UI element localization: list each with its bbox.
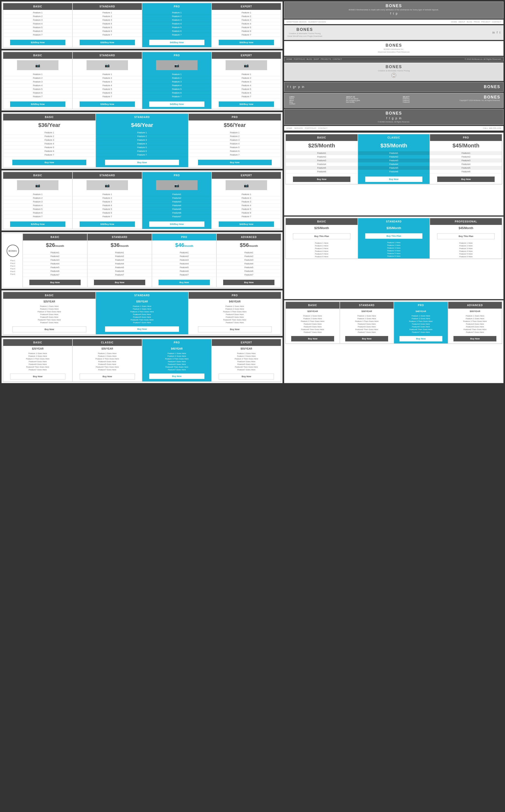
feature-item: Feature5 Goes Here xyxy=(190,316,279,319)
feature-item: Feature 6 xyxy=(3,149,96,153)
plan-header: BASIC xyxy=(286,134,358,141)
buy-button[interactable]: Buy Now xyxy=(105,326,179,332)
feature-item: Feature 6 xyxy=(189,149,281,153)
buy-button[interactable]: $45/Buy Now xyxy=(219,221,274,227)
buy-button[interactable]: Buy Now xyxy=(399,336,442,341)
buy-button[interactable]: Buy Now xyxy=(219,373,274,379)
bones-subtitle: BONES Wireframe Inc. xyxy=(287,48,500,50)
feature-item: Feature 7 xyxy=(189,153,281,157)
feature-item: Feature 7 xyxy=(96,153,188,157)
buy-button[interactable]: Buy Now xyxy=(29,280,80,285)
buy-button-expert-1[interactable]: $55/Buy Now xyxy=(219,40,274,45)
buy-button[interactable]: $35/Buy Now xyxy=(149,221,204,227)
buy-this-plan-button[interactable]: Buy This Plan xyxy=(437,233,494,239)
plan-image: 📷 xyxy=(17,60,58,70)
buy-button[interactable]: Buy Now xyxy=(198,160,272,165)
plan-basic-7: BASIC $25/YEAR Feature 1 Goes Here Featu… xyxy=(3,339,72,382)
pricing-section-3: BASIC $36/Year Feature 1 Feature 2 Featu… xyxy=(1,112,283,169)
buy-button[interactable]: $25/Buy Now xyxy=(10,102,65,107)
feature-item: Feature 3 Here xyxy=(359,247,428,249)
buy-button[interactable]: Buy Now xyxy=(105,160,179,165)
buy-button[interactable]: $35/Buy Now xyxy=(79,102,135,107)
pricing-grid-3: BASIC $36/Year Feature 1 Feature 2 Featu… xyxy=(3,113,281,167)
feature-item: Feature6 xyxy=(142,211,211,215)
buy-button[interactable]: Buy Now xyxy=(198,326,272,332)
feature-item: Feature 4 xyxy=(212,22,281,26)
plan-price: $56/month xyxy=(217,240,281,250)
feature-item: Feature 3 xyxy=(212,18,281,22)
feature-item: Feature 7 xyxy=(212,33,281,37)
feature-item: Feature 2 Here xyxy=(432,244,500,247)
buy-button[interactable]: Buy Now xyxy=(437,177,494,182)
pricing-section-6: BASIC $25/YEAR Feature 1 Goes Here Featu… xyxy=(1,291,283,336)
buy-button[interactable]: $55/Buy Now xyxy=(219,102,274,107)
plan-list-item: Plan2 xyxy=(10,262,15,264)
feature-item: Feature2 xyxy=(88,254,152,258)
pricing-section-right-3: BASIC $25/YEAR Feature 1 Goes Here Featu… xyxy=(284,300,504,383)
feature-item: Feature4 xyxy=(23,262,87,266)
light-nav-bar: HOME SERVICE PORTFOLIO CONTACT CALL: 888… xyxy=(286,127,501,129)
plan-pro-2: PRO 📷 Feature 1 Feature 2 Feature 3 Feat… xyxy=(142,52,211,109)
feature-item: Feature 6 xyxy=(212,211,281,215)
plan-features: Feature 1 Goes Here Feature 2 Goes Here … xyxy=(73,352,142,371)
bones-card-2: WIREFRAME DESIGN ELEMENT DESIGN HOME ABO… xyxy=(284,19,504,24)
plan-features: Feature1 Feature2 Feature3 Feature4 Feat… xyxy=(152,250,216,278)
plan-features: Feature 1 Feature 2 Feature 3 Feature 4 … xyxy=(212,192,281,220)
plan-standard-5: STANDARD $36/month Feature1 Feature2 Fea… xyxy=(87,234,152,287)
buy-button[interactable]: Buy Now xyxy=(223,280,275,285)
plan-price: $36/Year xyxy=(3,120,96,130)
buy-button[interactable]: Buy Now xyxy=(10,373,65,379)
pricing-section-right-2: BASIC $25/Month Buy This Plan Feature 1 … xyxy=(284,217,504,300)
plan-pro-6: PRO $45/YEAR Feature 1 Goes Here Feature… xyxy=(188,292,281,335)
buy-button[interactable]: Buy Now xyxy=(12,326,86,332)
buy-this-plan-button[interactable]: Buy This Plan xyxy=(365,233,423,239)
buy-this-plan-button[interactable]: Buy This Plan xyxy=(293,233,350,239)
plan-image: 📷 xyxy=(226,180,267,190)
feature-item: Feature 2 Goes Here xyxy=(5,355,71,357)
buy-button[interactable]: Buy Now xyxy=(454,336,496,341)
buy-button[interactable]: $45/Buy Now xyxy=(149,102,204,107)
feature-item: Feature 3 Then Goes Here xyxy=(287,320,338,323)
buy-button-basic-1[interactable]: $25/Buy Now xyxy=(10,40,65,45)
buy-button[interactable]: Buy Now xyxy=(293,177,350,182)
buy-button[interactable]: Buy Now xyxy=(94,280,145,285)
feature-item: Feature 2 xyxy=(73,15,142,18)
feature-item: Feature6 Then Goes Here xyxy=(5,366,71,368)
googleplus-icon: g xyxy=(392,117,393,120)
buy-button[interactable]: Buy Now xyxy=(149,373,204,379)
plan-basic-5: BASIC $26/month Feature1 Feature2 Featur… xyxy=(23,234,87,287)
buy-button[interactable]: Buy Now xyxy=(365,177,423,182)
feature-item: Feature6 Then Goes Here xyxy=(98,319,187,321)
feature-item: Feature 3 xyxy=(212,80,281,84)
buy-button-pro-1[interactable]: $45/Buy Now xyxy=(149,40,204,45)
pinterest-icon: p xyxy=(396,12,397,15)
buy-button[interactable]: Buy Now xyxy=(79,373,135,379)
feature-item: Feature 1 xyxy=(142,73,211,76)
plan-basic-1: BASIC Feature 1 Feature 2 Feature 3 Feat… xyxy=(3,3,72,47)
buy-button[interactable]: Buy Now xyxy=(12,160,86,165)
buy-button[interactable]: $25/Buy Now xyxy=(10,221,65,227)
feature-item: Feature 1 Goes Here xyxy=(5,352,71,355)
plan-price: $45/YEAR xyxy=(394,309,448,314)
plan-features: Feature 1 Here Feature 2 Here Feature 3 … xyxy=(286,241,358,258)
plan-advanced-5: ADVANCED $56/month Feature1 Feature2 Fea… xyxy=(216,234,281,287)
buy-button-standard-1[interactable]: $35/Buy Now xyxy=(79,40,135,45)
buy-button[interactable]: Buy Now xyxy=(345,336,388,341)
feature-item: Feature7 xyxy=(152,273,216,277)
feature-item: Feature 4 xyxy=(142,22,211,26)
buy-button[interactable]: $35/Buy Now xyxy=(79,221,135,227)
feature-item: Feature 3 xyxy=(73,80,142,84)
feature-item: Feature5 Goes Here xyxy=(98,316,187,319)
pricing-section-4: BASIC 📷 Feature 1 Feature 2 Feature 3 Fe… xyxy=(1,170,283,231)
left-panels: BASIC Feature 1 Feature 2 Feature 3 Feat… xyxy=(1,1,283,383)
feature-item: Feature 5 xyxy=(142,26,211,29)
plan-price: $46/month xyxy=(152,240,216,250)
buy-button[interactable]: Buy Now xyxy=(159,280,210,285)
feature-item: Feature3 xyxy=(152,258,216,262)
feature-item: Feature 2 xyxy=(212,76,281,80)
feature-item: Feature 6 xyxy=(212,91,281,95)
buy-button[interactable]: Buy Now xyxy=(291,336,334,341)
plan-features: Feature 1 Goes Here Feature 2 Goes Here … xyxy=(286,314,339,334)
feature-item: Feature 2 xyxy=(142,76,211,80)
feature-item: Feature 1 xyxy=(3,73,72,76)
